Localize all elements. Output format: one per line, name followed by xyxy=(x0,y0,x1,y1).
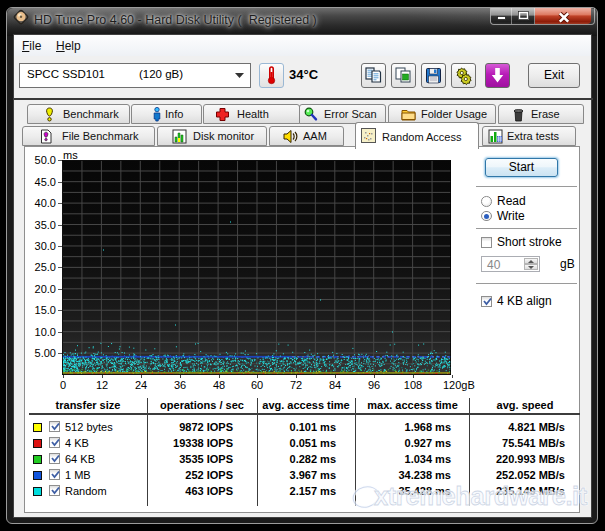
svg-text:xtremehardware.it: xtremehardware.it xyxy=(374,482,588,510)
